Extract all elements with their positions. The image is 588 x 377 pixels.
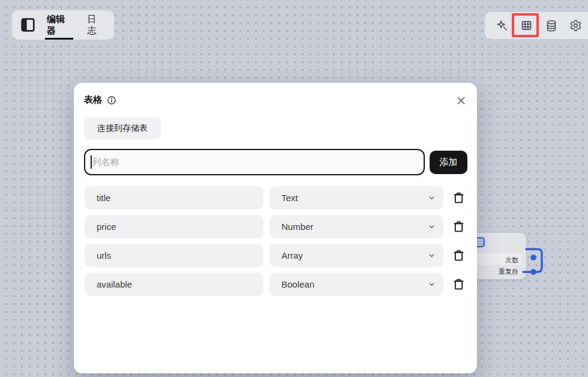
column-row: title Text — [85, 186, 469, 210]
column-type-select[interactable]: Number — [269, 215, 443, 238]
column-row: available Boolean — [85, 273, 469, 296]
trash-icon[interactable] — [451, 219, 466, 235]
canvas-toolbar — [485, 12, 588, 39]
editor-toolbar: 编辑器 日志 — [12, 10, 114, 40]
trash-icon[interactable] — [451, 190, 466, 206]
column-name-field[interactable]: title — [85, 186, 263, 210]
column-type-select[interactable]: Text — [269, 186, 443, 210]
column-name-field[interactable]: available — [85, 273, 263, 296]
column-type-select[interactable]: Array — [269, 244, 443, 267]
chevron-down-icon — [428, 194, 436, 202]
output-port-dot — [530, 255, 536, 261]
connect-storage-table-button[interactable]: 连接到存储表 — [84, 118, 161, 139]
column-row: urls Array — [85, 244, 469, 267]
info-icon[interactable] — [107, 95, 116, 105]
trash-icon[interactable] — [451, 277, 466, 292]
column-row: price Number — [85, 215, 469, 238]
column-name-field[interactable]: urls — [85, 244, 263, 267]
modal-title: 表格 — [84, 94, 102, 106]
view-tabs: 编辑器 日志 — [45, 10, 106, 40]
database-icon[interactable] — [539, 12, 563, 39]
chevron-down-icon — [428, 252, 436, 259]
table-config-modal: 表格 连接到存储表 列名称 添加 title Text — [74, 83, 477, 373]
column-name-input[interactable]: 列名称 — [84, 149, 425, 175]
table-icon[interactable] — [514, 12, 539, 39]
column-name-field[interactable]: price — [85, 215, 263, 238]
node-port-label: 重复自 — [499, 267, 518, 276]
chevron-down-icon — [428, 223, 436, 231]
close-icon[interactable] — [454, 94, 467, 107]
column-type-select[interactable]: Boolean — [269, 273, 443, 296]
chevron-down-icon — [428, 280, 436, 288]
magic-wand-icon[interactable] — [490, 12, 514, 39]
columns-list: title Text price Number — [85, 186, 469, 301]
panel-left-icon[interactable] — [20, 17, 35, 33]
node-port-label: 次数 — [505, 256, 518, 265]
trash-icon[interactable] — [451, 248, 466, 264]
text-caret — [91, 155, 92, 169]
tab-logs[interactable]: 日志 — [85, 10, 106, 40]
settings-gear-icon[interactable] — [563, 12, 588, 39]
input-placeholder: 列名称 — [92, 157, 119, 168]
input-port-dot — [530, 269, 536, 275]
add-column-button[interactable]: 添加 — [430, 151, 467, 174]
tab-editor[interactable]: 编辑器 — [45, 10, 73, 40]
